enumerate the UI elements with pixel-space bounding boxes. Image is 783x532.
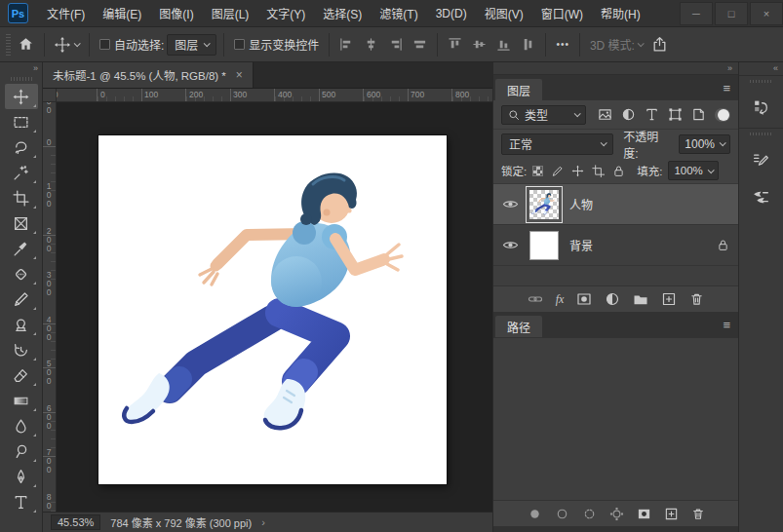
layer-row-background[interactable]: 背景 — [493, 225, 738, 266]
delete-layer-trash-icon[interactable] — [689, 291, 704, 307]
fill-field[interactable]: 100% — [668, 161, 718, 180]
tool-eraser[interactable] — [5, 362, 38, 388]
align-bottom-edges-icon[interactable] — [496, 37, 511, 52]
layer-filter-type-dropdown[interactable]: 类型 — [501, 105, 586, 125]
new-group-folder-icon[interactable] — [633, 291, 648, 307]
dock-grip[interactable] — [750, 80, 773, 83]
align-horizontal-centers-icon[interactable] — [364, 37, 378, 52]
path-mask-icon[interactable] — [637, 507, 651, 521]
tools-collapse-button[interactable]: » — [0, 62, 42, 75]
visibility-eye-icon[interactable] — [502, 198, 519, 210]
layer-thumbnail[interactable] — [528, 188, 561, 221]
filter-toggle-switch[interactable] — [715, 108, 730, 122]
auto-select-option[interactable]: 自动选择: — [97, 31, 167, 58]
canvas-workarea[interactable]: 00 0 100 200 300 400 500 600 700 800 00 … — [43, 89, 492, 512]
tool-gradient[interactable] — [5, 388, 38, 413]
align-vertical-centers-icon[interactable] — [472, 37, 487, 52]
close-button[interactable]: × — [750, 2, 783, 25]
menu-window[interactable]: 窗口(W) — [532, 0, 592, 27]
tool-brush[interactable] — [5, 286, 38, 312]
auto-select-checkbox[interactable] — [99, 39, 110, 50]
canvas[interactable] — [98, 135, 447, 484]
layer-style-fx-button[interactable]: fx — [556, 292, 565, 307]
horizontal-ruler[interactable]: 00 0 100 200 300 400 500 600 700 800 — [43, 89, 492, 102]
share-button[interactable] — [648, 31, 671, 58]
filter-shape-layers-icon[interactable] — [668, 107, 683, 122]
stroke-path-icon[interactable] — [555, 507, 569, 521]
tool-type[interactable] — [5, 489, 38, 514]
history-panel-button[interactable] — [747, 95, 776, 120]
distribute-vertical-icon[interactable] — [521, 37, 535, 52]
tool-rectangular-marquee[interactable] — [5, 109, 38, 134]
path-as-selection-icon[interactable] — [582, 507, 597, 521]
layer-row-person[interactable]: 人物 — [493, 184, 738, 225]
menu-select[interactable]: 选择(S) — [314, 0, 371, 27]
tools-grip[interactable] — [11, 77, 32, 81]
lock-artboard-icon[interactable] — [592, 165, 605, 177]
panel-menu-icon[interactable]: ≡ — [715, 318, 738, 332]
layer-name[interactable]: 背景 — [569, 237, 593, 253]
filter-type-layers-icon[interactable] — [645, 107, 659, 122]
maximize-button[interactable]: □ — [715, 2, 748, 25]
tool-magic-wand[interactable] — [5, 160, 38, 185]
lock-pixels-brush-icon[interactable] — [551, 165, 564, 177]
vertical-ruler[interactable]: 00 0 100 200 300 400 500 600 700 800 — [43, 102, 57, 512]
tool-history-brush[interactable] — [5, 337, 38, 362]
menu-edit[interactable]: 编辑(E) — [94, 0, 150, 27]
delete-path-trash-icon[interactable] — [691, 507, 705, 521]
new-path-icon[interactable] — [664, 507, 679, 521]
options-bar-grip[interactable] — [6, 34, 11, 56]
distribute-horizontal-icon[interactable] — [412, 37, 427, 52]
filter-adjustment-layers-icon[interactable] — [621, 107, 636, 122]
tool-eyedropper[interactable] — [5, 236, 38, 261]
add-layer-mask-icon[interactable] — [576, 291, 592, 307]
show-transform-option[interactable]: 显示变换控件 — [231, 31, 322, 58]
show-transform-checkbox[interactable] — [234, 39, 245, 50]
tool-crop[interactable] — [5, 185, 38, 210]
menu-layer[interactable]: 图层(L) — [203, 0, 258, 27]
tool-frame[interactable] — [5, 210, 38, 236]
visibility-eye-icon[interactable] — [502, 239, 519, 251]
menu-image[interactable]: 图像(I) — [150, 0, 202, 27]
lock-transparency-icon[interactable] — [532, 166, 543, 176]
status-chevron-icon[interactable]: › — [261, 516, 265, 528]
menu-view[interactable]: 视图(V) — [476, 0, 532, 27]
tool-clone-stamp[interactable] — [5, 312, 38, 337]
menu-filter[interactable]: 滤镜(T) — [371, 0, 426, 27]
filter-smart-objects-icon[interactable] — [691, 107, 706, 122]
tool-blur[interactable] — [5, 413, 38, 438]
more-options-button[interactable]: ••• — [553, 31, 572, 58]
lock-position-icon[interactable] — [571, 165, 584, 177]
link-layers-icon[interactable] — [528, 291, 543, 307]
dock-grip[interactable] — [750, 133, 773, 135]
fill-path-icon[interactable] — [528, 507, 542, 521]
zoom-level-field[interactable]: 45.53% — [51, 514, 100, 530]
blend-mode-dropdown[interactable]: 正常 — [501, 133, 613, 155]
align-top-edges-icon[interactable] — [448, 37, 462, 52]
document-tab[interactable]: 未标题-1 @ 45.5% (人物, RGB/8) * × — [43, 62, 254, 88]
auto-select-target-dropdown[interactable]: 图层 — [167, 34, 216, 56]
tool-lasso[interactable] — [5, 134, 38, 160]
menu-help[interactable]: 帮助(H) — [592, 0, 649, 27]
tool-dodge[interactable] — [5, 438, 38, 464]
align-left-edges-icon[interactable] — [339, 37, 354, 52]
panel-menu-icon[interactable]: ≡ — [715, 81, 738, 95]
adjustment-layer-icon[interactable] — [605, 291, 620, 307]
opacity-field[interactable]: 100% — [679, 134, 730, 154]
ruler-origin-corner[interactable] — [43, 89, 57, 102]
tab-close-icon[interactable]: × — [236, 68, 243, 82]
align-right-edges-icon[interactable] — [388, 37, 403, 52]
selection-as-path-icon[interactable] — [609, 507, 624, 521]
new-layer-icon[interactable] — [661, 291, 677, 307]
paths-list-empty[interactable] — [493, 337, 738, 500]
panels-collapse-button[interactable]: » — [493, 62, 738, 75]
menu-file[interactable]: 文件(F) — [38, 0, 94, 27]
menu-type[interactable]: 文字(Y) — [257, 0, 314, 27]
home-button[interactable] — [15, 31, 37, 58]
brushes-panel-button[interactable] — [747, 184, 776, 209]
brush-settings-panel-button[interactable] — [747, 147, 776, 172]
dock-expand-button[interactable]: « — [739, 62, 783, 75]
tool-preset-move[interactable] — [52, 31, 82, 58]
tab-layers[interactable]: 图层 — [495, 79, 542, 100]
tool-pen[interactable] — [5, 464, 38, 489]
